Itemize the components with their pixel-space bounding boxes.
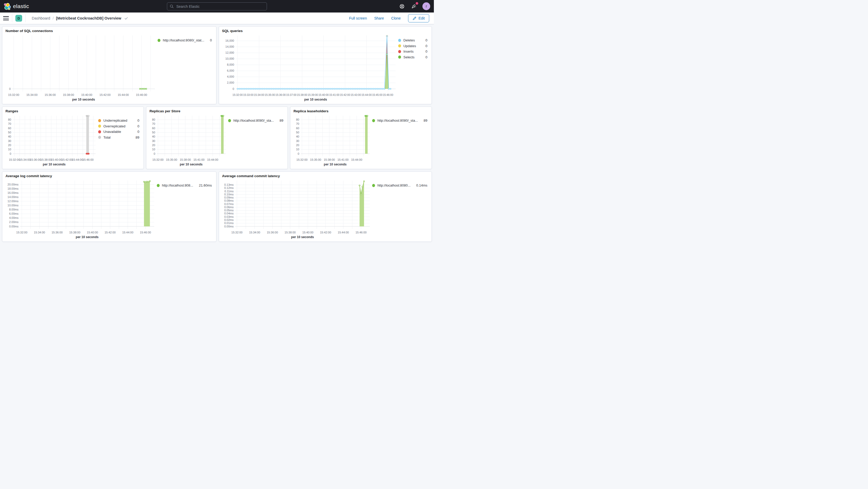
global-search[interactable] <box>167 2 267 10</box>
svg-text:15:32:00: 15:32:00 <box>232 94 243 96</box>
svg-text:15:40:00: 15:40:00 <box>51 158 62 161</box>
legend-item[interactable]: Selects0 <box>398 55 427 60</box>
svg-text:15:34:00: 15:34:00 <box>19 158 30 161</box>
menu-button[interactable] <box>3 16 9 20</box>
svg-text:per 10 seconds: per 10 seconds <box>72 98 95 101</box>
legend-label: http://localhost:808... <box>162 183 193 187</box>
svg-text:40: 40 <box>296 135 299 138</box>
legend-value: 89 <box>276 119 283 122</box>
svg-text:15:34:00: 15:34:00 <box>249 231 260 234</box>
legend-swatch-icon <box>372 184 375 187</box>
user-avatar[interactable]: r <box>423 2 430 10</box>
whats-new-button[interactable] <box>410 3 417 10</box>
panel-avg-command-commit-latency: Average command commit latency 0.00ms0.0… <box>219 172 432 242</box>
search-input[interactable] <box>176 4 264 9</box>
svg-text:per 10 seconds: per 10 seconds <box>304 98 327 101</box>
edit-button[interactable]: Edit <box>408 14 429 22</box>
legend-item[interactable]: Updates0 <box>398 43 427 49</box>
svg-text:per 10 seconds: per 10 seconds <box>180 162 203 166</box>
svg-text:15:36:00: 15:36:00 <box>52 231 63 234</box>
ranges-chart[interactable]: 0102030405060708015:32:0015:34:0015:36:0… <box>5 114 98 168</box>
svg-text:20: 20 <box>8 144 11 147</box>
legend-value: 0 <box>422 44 427 48</box>
legend-item[interactable]: http://localhost:8080/_sta...89 <box>228 118 283 123</box>
legend-swatch-icon <box>157 184 160 187</box>
svg-text:12,000: 12,000 <box>225 51 234 54</box>
replica-leaseholders-chart[interactable]: 0102030405060708015:32:0015:35:0015:38:0… <box>293 114 372 168</box>
legend-item[interactable]: Inserts0 <box>398 49 427 55</box>
legend-item[interactable]: http://localhost:8080/_sta...89 <box>372 118 427 123</box>
space-badge[interactable]: D <box>16 15 22 22</box>
svg-text:50: 50 <box>296 131 299 134</box>
legend-value: 89 <box>420 119 427 122</box>
breadcrumb: Dashboard / [Metricbeat CockroachDB] Ove… <box>32 16 128 20</box>
legend-value: 0 <box>422 55 427 59</box>
svg-text:0.13ms: 0.13ms <box>224 183 234 186</box>
svg-text:40: 40 <box>8 135 11 138</box>
legend-item[interactable]: Total89 <box>98 135 139 141</box>
pencil-icon <box>412 17 416 20</box>
help-button[interactable] <box>399 3 405 10</box>
legend-label: http://localhost:8080/_sta... <box>377 119 418 122</box>
legend-item[interactable]: Unavailable0 <box>98 129 139 135</box>
avg-log-commit-latency-chart[interactable]: 0.00ms2.00ms4.00ms6.00ms8.00ms10.00ms12.… <box>5 179 156 241</box>
avatar-initial: r <box>426 4 427 8</box>
legend-item[interactable]: Underreplicated0 <box>98 118 139 123</box>
svg-text:20.00ms: 20.00ms <box>7 183 19 186</box>
svg-text:70: 70 <box>152 122 155 125</box>
legend-value: 89 <box>132 135 139 140</box>
elastic-logo-icon <box>4 3 11 10</box>
replicas-per-store-chart[interactable]: 0102030405060708015:32:0015:35:0015:38:0… <box>150 114 227 168</box>
legend-item[interactable]: http://localhost:8080/_stat...0 <box>158 37 212 43</box>
svg-text:15:46:00: 15:46:00 <box>136 93 147 96</box>
legend-item[interactable]: http://localhost:8080...0.14ms <box>372 183 427 188</box>
legend-item[interactable]: Deletes0 <box>398 37 427 43</box>
panel-sql-connections: Number of SQL connections 015:32:0015:34… <box>2 26 216 104</box>
svg-text:10,000: 10,000 <box>225 57 234 60</box>
svg-text:15:44:00: 15:44:00 <box>118 93 129 96</box>
svg-text:per 10 seconds: per 10 seconds <box>291 235 314 239</box>
legend-swatch-icon <box>98 119 101 122</box>
dashboard-toolbar: D Dashboard / [Metricbeat CockroachDB] O… <box>0 12 434 24</box>
svg-text:0.06ms: 0.06ms <box>224 206 234 209</box>
legend-value: 0 <box>134 130 139 134</box>
svg-text:16,000: 16,000 <box>225 39 234 42</box>
legend-label: Selects <box>403 55 414 59</box>
svg-text:15:32:00: 15:32:00 <box>8 93 19 96</box>
sql-queries-chart[interactable]: 02,0004,0006,0008,00010,00012,00014,0001… <box>222 33 398 103</box>
legend-item[interactable]: http://localhost:808...21.60ms <box>157 183 212 188</box>
sql-connections-chart[interactable]: 015:32:0015:34:0015:36:0015:38:0015:40:0… <box>5 33 157 103</box>
legend-swatch-icon <box>372 119 375 122</box>
panel-title: Average command commit latency <box>222 174 429 178</box>
svg-text:0.08ms: 0.08ms <box>224 199 234 202</box>
svg-text:6,000: 6,000 <box>227 69 234 72</box>
svg-text:15:34:00: 15:34:00 <box>34 231 45 234</box>
title-dropdown-button[interactable] <box>124 17 128 20</box>
svg-text:2,000: 2,000 <box>227 81 234 84</box>
clone-button[interactable]: Clone <box>391 16 401 20</box>
legend-swatch-icon <box>398 44 401 48</box>
svg-text:15:45:00: 15:45:00 <box>372 94 382 96</box>
elastic-brand[interactable]: elastic <box>4 3 29 10</box>
svg-text:15:38:00: 15:38:00 <box>180 158 191 161</box>
legend-item[interactable]: Overreplicated0 <box>98 123 139 129</box>
svg-text:30: 30 <box>152 140 155 143</box>
legend-value: 0 <box>422 38 427 42</box>
svg-text:15:44:00: 15:44:00 <box>338 231 349 234</box>
svg-text:0.01ms: 0.01ms <box>224 221 234 224</box>
svg-text:18.00ms: 18.00ms <box>7 187 19 190</box>
svg-text:8.00ms: 8.00ms <box>9 208 19 211</box>
svg-text:0.12ms: 0.12ms <box>224 186 234 189</box>
svg-text:15:41:00: 15:41:00 <box>193 158 205 161</box>
svg-text:15:32:00: 15:32:00 <box>16 231 27 234</box>
avg-command-commit-latency-chart[interactable]: 0.00ms0.01ms0.02ms0.03ms0.04ms0.05ms0.06… <box>222 179 372 241</box>
chart-legend: http://localhost:808...21.60ms <box>156 179 214 241</box>
full-screen-button[interactable]: Full screen <box>349 16 367 20</box>
svg-text:50: 50 <box>152 131 155 134</box>
breadcrumb-dashboard-link[interactable]: Dashboard <box>32 16 50 20</box>
svg-text:15:34:00: 15:34:00 <box>26 93 37 96</box>
legend-swatch-icon <box>98 125 101 128</box>
share-button[interactable]: Share <box>374 16 384 20</box>
breadcrumb-separator: / <box>53 16 54 20</box>
party-popper-icon <box>411 4 416 9</box>
